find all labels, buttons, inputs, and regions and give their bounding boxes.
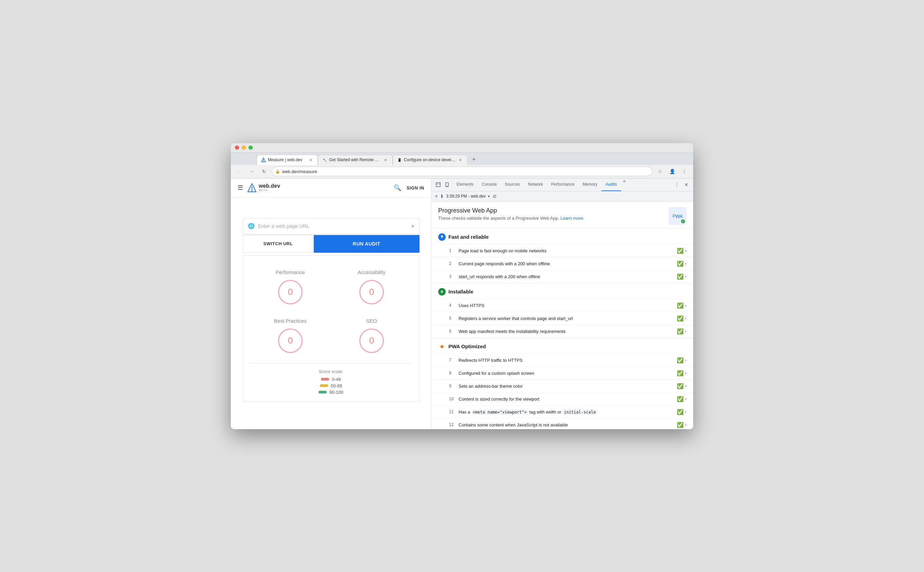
dt-close-button[interactable]: ✕ xyxy=(682,180,690,189)
audit-chevron-5[interactable]: › xyxy=(685,316,686,321)
dt-tab-performance[interactable]: Performance xyxy=(547,179,578,191)
dt-add-button[interactable]: + xyxy=(435,193,438,199)
svg-rect-7 xyxy=(446,186,448,187)
dt-download-button[interactable]: ⬇ xyxy=(440,193,444,199)
fast-section-title: Fast and reliable xyxy=(448,234,488,240)
device-icon[interactable] xyxy=(443,180,451,189)
audit-section-header-pwa: ★ PWA Optimized xyxy=(431,338,693,354)
tabs-bar: Measure | web.dev ✕ 🔧 Get Started with R… xyxy=(231,153,693,165)
tab-favicon-2: 🔧 xyxy=(322,157,327,162)
title-bar xyxy=(231,143,693,153)
audit-chevron-9[interactable]: › xyxy=(685,384,686,389)
audit-chevron-11[interactable]: › xyxy=(685,409,686,414)
score-scale: Score scale: 0-49 50-89 90-100 xyxy=(250,363,412,395)
installable-icon: + xyxy=(438,288,446,295)
dt-prohibit-button[interactable]: ⊘ xyxy=(493,193,497,199)
url-text: web.dev/measure xyxy=(282,169,317,174)
webpage-panel: ☰ web.dev BETA 🔍 SIGN IN xyxy=(231,179,431,429)
dt-more-tabs[interactable]: » xyxy=(621,179,628,191)
webdev-logo[interactable]: web.dev BETA xyxy=(247,183,280,193)
devtools-panel: Elements Console Sources Network Perform… xyxy=(431,179,693,429)
forward-button[interactable]: → xyxy=(247,166,257,176)
hamburger-menu[interactable]: ☰ xyxy=(238,184,243,191)
audit-num-12: 12 xyxy=(449,422,456,427)
audit-chevron-7[interactable]: › xyxy=(685,358,686,362)
menu-button[interactable]: ⋮ xyxy=(679,166,689,176)
audit-text-11: Has a <meta name="viewport"> tag with wi… xyxy=(459,409,677,415)
pwa-badge: PWA ✓ xyxy=(669,207,686,225)
tab-close-measure[interactable]: ✕ xyxy=(308,157,313,163)
globe-icon: 🌐 xyxy=(248,223,254,229)
back-button[interactable]: ← xyxy=(235,166,245,176)
logo-beta: BETA xyxy=(259,189,280,192)
audit-check-5: ✅ xyxy=(677,315,684,322)
new-tab-button[interactable]: + xyxy=(469,155,479,165)
minimize-button[interactable] xyxy=(242,146,246,150)
refresh-button[interactable]: ↻ xyxy=(259,166,269,176)
audit-num-9: 9 xyxy=(449,384,456,389)
tab-title-2: Get Started with Remote Debu... xyxy=(329,157,381,162)
run-audit-button[interactable]: RUN AUDIT xyxy=(314,235,420,253)
dt-tab-console[interactable]: Console xyxy=(478,179,501,191)
dt-tab-memory[interactable]: Memory xyxy=(578,179,602,191)
audit-check-4: ✅ xyxy=(677,302,684,309)
pwa-learn-more[interactable]: Learn more. xyxy=(561,216,584,221)
audit-check-10: ✅ xyxy=(677,396,684,402)
audit-num-8: 8 xyxy=(449,371,456,375)
devtools-content: Progressive Web App These checks validat… xyxy=(431,202,693,429)
bookmark-button[interactable]: ☆ xyxy=(655,166,665,176)
audit-item-1: 1 Page load is fast enough on mobile net… xyxy=(431,244,693,257)
maximize-button[interactable] xyxy=(248,146,253,150)
switch-url-button[interactable]: SWITCH URL xyxy=(243,235,314,253)
dt-tab-network[interactable]: Network xyxy=(524,179,547,191)
browser-tab-2[interactable]: 🔧 Get Started with Remote Debu... ✕ xyxy=(318,155,393,165)
audit-check-1: ✅ xyxy=(677,247,684,254)
tab-title-3: Configure on-device develope... xyxy=(404,157,456,162)
profile-button[interactable]: 👤 xyxy=(667,166,677,176)
dt-session-selector[interactable]: 3:39:29 PM - web.dev ▼ xyxy=(446,194,491,199)
score-label-performance: Performance xyxy=(276,269,305,275)
audit-chevron-1[interactable]: › xyxy=(685,248,686,253)
dt-dots[interactable]: ⋮ xyxy=(673,180,681,189)
search-icon[interactable]: 🔍 xyxy=(394,184,401,191)
audit-chevron-4[interactable]: › xyxy=(685,303,686,308)
dt-tab-sources[interactable]: Sources xyxy=(501,179,524,191)
scale-dot-green xyxy=(319,391,327,393)
dt-tab-elements[interactable]: Elements xyxy=(453,179,478,191)
audit-status-6: ✅ › xyxy=(677,328,686,335)
audit-chevron-10[interactable]: › xyxy=(685,396,686,401)
browser-tab-active[interactable]: Measure | web.dev ✕ xyxy=(257,155,318,165)
dt-tab-audits[interactable]: Audits xyxy=(602,179,621,191)
url-bar[interactable]: 🔒 web.dev/measure xyxy=(271,166,653,176)
audit-chevron-2[interactable]: › xyxy=(685,261,686,266)
audit-item-9: 9 Sets an address-bar theme color ✅ › xyxy=(431,379,693,392)
audit-item-3: 3 start_url responds with a 200 when off… xyxy=(431,270,693,283)
dt-session-arrow: ▼ xyxy=(487,194,491,198)
webdev-header-right: 🔍 SIGN IN xyxy=(394,184,424,191)
clear-icon[interactable]: × xyxy=(411,224,414,229)
audit-num-11: 11 xyxy=(449,409,456,414)
scale-range-green: 90-100 xyxy=(329,390,343,395)
scale-item-yellow: 50-89 xyxy=(320,383,342,389)
audit-text-4: Uses HTTPS xyxy=(459,303,677,308)
inspect-icon[interactable] xyxy=(434,180,442,189)
audit-num-6: 6 xyxy=(449,329,456,334)
audit-chevron-8[interactable]: › xyxy=(685,371,686,375)
score-scale-label: Score scale: xyxy=(319,369,343,374)
audit-chevron-6[interactable]: › xyxy=(685,329,686,334)
audit-num-4: 4 xyxy=(449,303,456,308)
audit-chevron-12[interactable]: › xyxy=(685,422,686,427)
tab-close-2[interactable]: ✕ xyxy=(383,157,388,163)
browser-tab-3[interactable]: 📱 Configure on-device develope... ✕ xyxy=(393,155,467,165)
sign-in-button[interactable]: SIGN IN xyxy=(406,185,424,190)
audit-item-7: 7 Redirects HTTP traffic to HTTPS ✅ › xyxy=(431,354,693,367)
score-card-accessibility: Accessibility 0 xyxy=(331,263,412,311)
audit-item-10: 10 Content is sized correctly for the vi… xyxy=(431,392,693,406)
audit-text-10: Content is sized correctly for the viewp… xyxy=(459,396,677,402)
audit-chevron-3[interactable]: › xyxy=(685,274,686,279)
address-bar: ← → ↻ 🔒 web.dev/measure ☆ 👤 ⋮ xyxy=(231,165,693,179)
dt-session-text: 3:39:29 PM - web.dev xyxy=(446,194,486,199)
devtools-icons xyxy=(434,180,451,189)
close-button[interactable] xyxy=(235,146,239,150)
tab-close-3[interactable]: ✕ xyxy=(457,157,463,163)
